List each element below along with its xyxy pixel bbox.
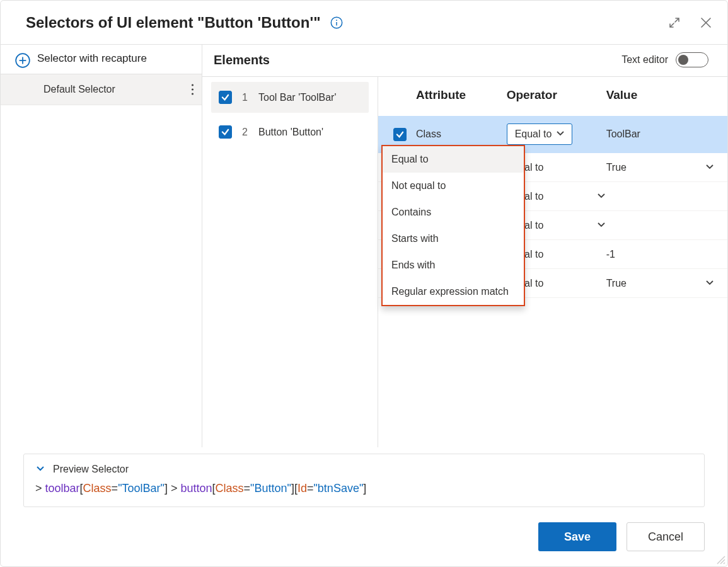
- attribute-value[interactable]: True: [606, 162, 627, 173]
- attribute-checkbox[interactable]: [393, 128, 407, 141]
- attribute-value[interactable]: ToolBar: [606, 129, 715, 140]
- element-checkbox[interactable]: [219, 125, 232, 139]
- selector-preview-text: > toolbar[Class="ToolBar"] > button[Clas…: [35, 482, 693, 495]
- selector-item-label: Default Selector: [43, 84, 115, 95]
- element-index: 2: [242, 127, 248, 138]
- selector-with-recapture-button[interactable]: Selector with recapture: [1, 44, 202, 74]
- svg-point-10: [192, 93, 194, 94]
- info-icon[interactable]: [321, 13, 344, 32]
- element-index: 1: [242, 92, 248, 103]
- expand-icon[interactable]: [668, 16, 681, 29]
- element-label: Button 'Button': [258, 127, 323, 138]
- chevron-down-icon[interactable]: [705, 161, 715, 174]
- attribute-value[interactable]: True: [606, 278, 627, 289]
- element-label: Tool Bar 'ToolBar': [258, 92, 337, 103]
- more-vertical-icon[interactable]: [191, 83, 194, 96]
- operator-option[interactable]: Regular expression match: [383, 278, 524, 305]
- dialog-title: Selectors of UI element "Button 'Button'…: [26, 14, 321, 32]
- chevron-down-icon: [555, 128, 565, 140]
- text-editor-toggle[interactable]: [676, 52, 708, 67]
- selector-with-recapture-label: Selector with recapture: [37, 52, 147, 65]
- chevron-down-icon: [596, 190, 606, 203]
- chevron-down-icon[interactable]: [705, 277, 715, 290]
- svg-point-9: [192, 88, 194, 90]
- attribute-name: Class: [416, 129, 507, 140]
- chevron-down-icon: [596, 219, 606, 232]
- operator-selected-label: Equal to: [515, 129, 552, 140]
- col-attribute: Attribute: [416, 88, 507, 102]
- operator-select[interactable]: Equal to: [507, 123, 572, 145]
- attribute-panel: Attribute Operator Value Class Equal to: [378, 77, 727, 447]
- resize-grip-icon[interactable]: [716, 555, 726, 565]
- preview-header[interactable]: Preview Selector: [35, 463, 693, 476]
- col-value: Value: [606, 88, 715, 102]
- plus-circle-icon: [14, 52, 31, 71]
- dialog-button-row: Save Cancel: [1, 507, 727, 566]
- text-editor-label: Text editor: [621, 54, 668, 66]
- elements-heading: Elements: [214, 53, 270, 67]
- operator-option[interactable]: Equal to: [383, 146, 524, 173]
- operator-dropdown[interactable]: Equal to Not equal to Contains Starts wi…: [381, 145, 525, 306]
- cancel-button[interactable]: Cancel: [627, 522, 705, 551]
- operator-option[interactable]: Starts with: [383, 226, 524, 252]
- svg-point-1: [336, 20, 337, 21]
- operator-option[interactable]: Contains: [383, 199, 524, 226]
- operator-option[interactable]: Not equal to: [383, 173, 524, 199]
- element-row[interactable]: 1 Tool Bar 'ToolBar': [211, 82, 369, 113]
- element-checkbox[interactable]: [219, 91, 232, 104]
- save-button[interactable]: Save: [538, 522, 616, 551]
- operator-option[interactable]: Ends with: [383, 252, 524, 278]
- elements-list: 1 Tool Bar 'ToolBar' 2 Button 'Button': [202, 77, 378, 447]
- svg-point-8: [192, 84, 194, 86]
- selector-list-panel: Selector with recapture Default Selector: [1, 44, 202, 447]
- col-operator: Operator: [507, 88, 606, 102]
- selector-list-item[interactable]: Default Selector: [1, 74, 202, 105]
- attribute-header-row: Attribute Operator Value: [378, 77, 727, 116]
- attribute-value[interactable]: -1: [606, 249, 715, 260]
- preview-selector-section: Preview Selector > toolbar[Class="ToolBa…: [23, 454, 705, 507]
- title-bar: Selectors of UI element "Button 'Button'…: [1, 1, 727, 44]
- element-row[interactable]: 2 Button 'Button': [211, 117, 369, 147]
- preview-header-label: Preview Selector: [53, 464, 129, 475]
- chevron-down-icon: [35, 463, 45, 476]
- close-icon[interactable]: [700, 16, 712, 29]
- selectors-dialog: Selectors of UI element "Button 'Button'…: [0, 0, 728, 567]
